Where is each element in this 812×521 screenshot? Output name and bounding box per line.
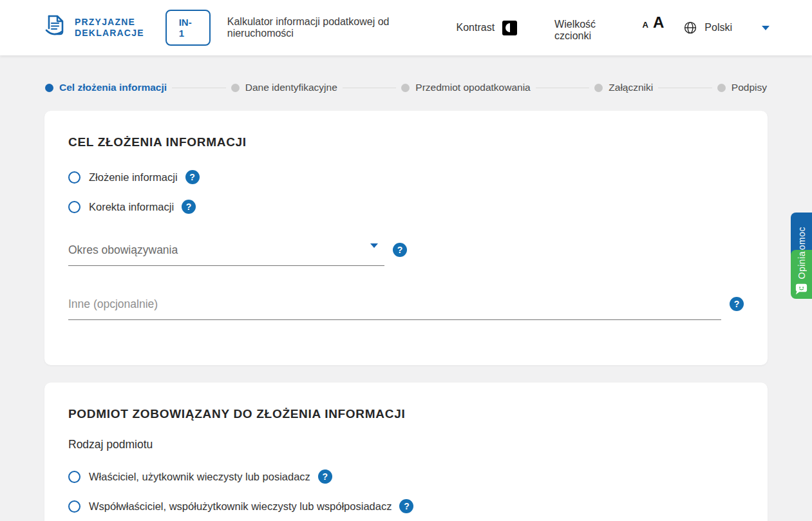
step-connector xyxy=(658,88,712,88)
font-size-small-button[interactable]: A xyxy=(643,20,648,30)
contrast-icon xyxy=(502,21,517,35)
help-icon[interactable]: ? xyxy=(730,297,744,311)
app-logo[interactable]: PRZYJAZNE DEKLARACJE xyxy=(42,13,144,43)
step-dot xyxy=(231,84,240,92)
main-content: CEL ZŁOŻENIA INFORMACJI Złożenie informa… xyxy=(0,111,812,521)
help-icon[interactable]: ? xyxy=(185,170,200,184)
radio-row-wlasciciel: Właściciel, użytkownik wieczysty lub pos… xyxy=(68,469,744,484)
help-icon[interactable]: ? xyxy=(393,243,407,257)
card-cel-zlozenia: CEL ZŁOŻENIA INFORMACJI Złożenie informa… xyxy=(44,111,768,365)
card-heading: CEL ZŁOŻENIA INFORMACJI xyxy=(68,135,744,149)
feedback-tab[interactable]: Opinia xyxy=(791,250,812,299)
font-size-label: Wielkość czcionki xyxy=(554,19,632,42)
step-cel-zlozenia[interactable]: Cel złożenia informacji xyxy=(45,82,167,93)
document-logo-icon xyxy=(42,13,68,43)
help-icon[interactable]: ? xyxy=(399,499,413,513)
page-title: Kalkulator informacji podatkowej od nier… xyxy=(227,16,457,39)
logo-wordmark: PRZYJAZNE DEKLARACJE xyxy=(75,17,144,39)
language-selector[interactable]: Polski xyxy=(683,21,770,35)
globe-icon xyxy=(683,21,697,35)
help-icon[interactable]: ? xyxy=(318,469,332,484)
step-connector xyxy=(536,88,590,88)
step-connector xyxy=(343,88,397,88)
step-przedmiot-opodatkowania[interactable]: Przedmiot opodatkowania xyxy=(401,82,530,93)
radio-wspolwlasciciel[interactable] xyxy=(68,500,80,513)
form-type-badge: IN-1 xyxy=(165,10,211,46)
step-zalaczniki[interactable]: Załączniki xyxy=(594,82,653,93)
chat-smiley-icon xyxy=(795,283,807,298)
card-heading: PODMIOT ZOBOWIĄZANY DO ZŁOŻENIA INFORMAC… xyxy=(68,407,744,421)
step-dot xyxy=(717,84,726,92)
other-field-row: ? xyxy=(68,296,744,320)
chevron-down-icon xyxy=(370,248,378,260)
step-dot xyxy=(594,84,603,92)
font-size-large-button[interactable]: A xyxy=(653,14,664,32)
radio-zlozenie-informacji[interactable] xyxy=(68,171,80,184)
contrast-toggle[interactable]: Kontrast xyxy=(456,21,517,35)
rodzaj-podmiotu-label: Rodzaj podmiotu xyxy=(68,438,744,451)
radio-wlasciciel[interactable] xyxy=(68,471,80,483)
period-field-row: Okres obowiązywania ? xyxy=(68,242,744,266)
inne-opcjonalnie-input[interactable] xyxy=(68,296,721,320)
okres-obowiazywania-select[interactable]: Okres obowiązywania xyxy=(68,242,384,266)
radio-row-zlozenie-informacji: Złożenie informacji ? xyxy=(68,170,744,184)
language-current: Polski xyxy=(704,22,732,33)
step-dane-identyfikacyjne[interactable]: Dane identyfikacyjne xyxy=(231,82,337,93)
step-podpisy[interactable]: Podpisy xyxy=(717,82,767,93)
help-icon[interactable]: ? xyxy=(182,200,196,214)
font-size-control: Wielkość czcionki A A xyxy=(554,14,664,42)
step-dot xyxy=(401,84,410,92)
app-header: PRZYJAZNE DEKLARACJE IN-1 Kalkulator inf… xyxy=(0,0,812,55)
step-dot xyxy=(45,84,53,92)
chevron-down-icon xyxy=(762,26,770,30)
radio-korekta-informacji[interactable] xyxy=(68,201,80,213)
contrast-label: Kontrast xyxy=(456,22,495,33)
step-connector xyxy=(172,88,226,88)
card-podmiot-zobowiazany: PODMIOT ZOBOWIĄZANY DO ZŁOŻENIA INFORMAC… xyxy=(44,383,768,521)
progress-stepper: Cel złożenia informacji Dane identyfikac… xyxy=(45,55,767,93)
radio-row-wspolwlasciciel: Współwłaściciel, współużytkownik wieczys… xyxy=(68,499,744,513)
radio-row-korekta-informacji: Korekta informacji ? xyxy=(68,200,744,214)
